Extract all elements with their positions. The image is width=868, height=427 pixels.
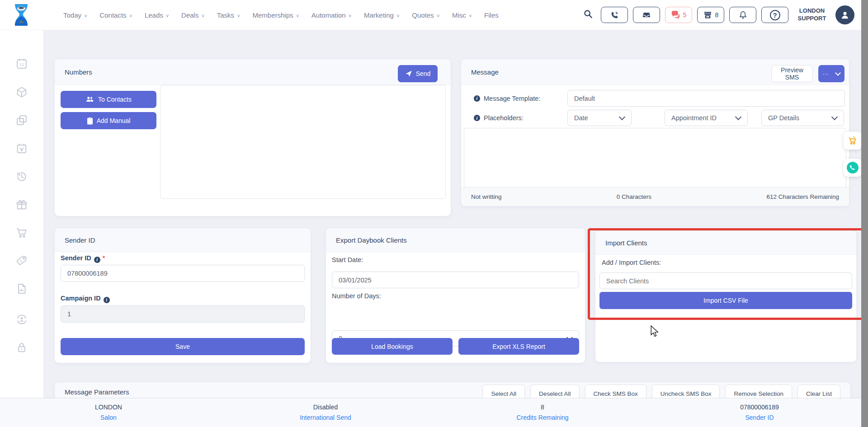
sidebar-item-bookings[interactable] xyxy=(15,142,28,155)
ellipsis-icon: ... xyxy=(823,69,829,76)
price-tag-icon: $ xyxy=(15,254,28,267)
info-icon xyxy=(104,297,110,303)
chevron-down-icon: ∨ xyxy=(237,13,240,18)
info-icon xyxy=(474,95,480,102)
chevron-down-icon xyxy=(835,70,841,76)
campaign-id-label: Campaign ID xyxy=(61,295,101,302)
sender-id-input[interactable] xyxy=(61,265,305,282)
chevron-down-icon: ∨ xyxy=(349,13,352,18)
user-icon xyxy=(840,10,850,20)
nav-item[interactable]: Misc ∨ xyxy=(452,11,472,19)
to-contacts-button[interactable]: To Contacts xyxy=(61,91,156,108)
nav-item[interactable]: Quotes ∨ xyxy=(412,11,440,19)
notifications-button[interactable] xyxy=(729,7,756,23)
days-label: Number of Days: xyxy=(332,292,381,300)
sidebar-item-support[interactable] xyxy=(15,313,28,326)
sidebar-item-calendar[interactable]: 12 xyxy=(15,57,28,70)
characters-remaining: 612 Characters Remaining xyxy=(766,193,839,200)
nav-item[interactable]: Files xyxy=(484,11,501,19)
template-input[interactable] xyxy=(567,90,845,107)
nav-item[interactable]: Deals ∨ xyxy=(181,11,205,19)
message-more-button[interactable]: ... xyxy=(818,65,844,82)
status-link[interactable]: Salon xyxy=(100,413,117,423)
sidebar-item-pricing[interactable]: $ xyxy=(15,254,28,267)
search-icon[interactable] xyxy=(583,9,593,21)
sidebar-item-cart[interactable] xyxy=(15,226,28,239)
import-csv-label: Import CSV File xyxy=(703,297,748,304)
bottom-status-bar: LONDON Salon Disabled International Send… xyxy=(0,398,868,427)
campaign-id-input[interactable] xyxy=(61,305,305,323)
save-button[interactable]: Save xyxy=(61,338,305,355)
status-link[interactable]: Sender ID xyxy=(745,413,774,423)
history-icon xyxy=(15,170,28,183)
bag-calendar-icon xyxy=(15,142,28,155)
nav-item[interactable]: Tasks ∨ xyxy=(217,11,241,19)
status-column: Disabled International Send xyxy=(217,403,434,423)
chat-button[interactable]: 5 xyxy=(665,7,692,23)
phone-button[interactable] xyxy=(601,7,628,23)
sidebar-item-gift[interactable] xyxy=(15,198,28,211)
search-clients-input[interactable] xyxy=(599,272,852,289)
sender-id-label-row: Sender ID* xyxy=(61,254,105,263)
chevron-down-icon: ∨ xyxy=(469,13,472,18)
placeholder-select[interactable]: Date xyxy=(567,110,632,126)
status-link[interactable]: Credits Remaining xyxy=(516,413,568,423)
avatar[interactable] xyxy=(835,5,854,24)
info-icon xyxy=(474,115,480,121)
chevron-down-icon xyxy=(735,114,741,120)
status-column: LONDON Salon xyxy=(0,403,217,423)
nav-item-label: Misc xyxy=(452,11,466,19)
sidebar-item-products[interactable] xyxy=(15,86,28,99)
add-manual-button[interactable]: Add Manual xyxy=(61,112,156,129)
status-value: LONDON xyxy=(0,403,217,413)
info-icon xyxy=(94,257,100,263)
load-bookings-button[interactable]: Load Bookings xyxy=(332,338,453,355)
account-name: LONDON SUPPORT xyxy=(793,7,830,23)
template-label: Message Template: xyxy=(484,95,540,102)
scrollbar[interactable] xyxy=(861,0,868,427)
nav-item[interactable]: Memberships ∨ xyxy=(252,11,299,19)
status-link[interactable]: International Send xyxy=(300,413,351,423)
placeholder-select-value: Date xyxy=(574,114,588,122)
start-date-input[interactable] xyxy=(332,272,579,288)
numbers-list-box[interactable] xyxy=(160,85,446,199)
import-panel-header: Import Clients xyxy=(595,231,856,255)
gift-icon xyxy=(15,198,28,211)
placeholder-select[interactable]: GP Details xyxy=(761,110,844,126)
chevron-down-icon: ∨ xyxy=(129,13,132,18)
store-button[interactable]: 8 xyxy=(697,7,724,23)
cube-icon xyxy=(15,86,28,99)
start-date-label: Start Date: xyxy=(332,256,363,263)
nav-item[interactable]: Today ∨ xyxy=(63,11,87,19)
panel-title: Export Daybook Clients xyxy=(336,236,407,244)
nav-item[interactable]: Contacts ∨ xyxy=(99,11,132,19)
placeholder-select[interactable]: Appointment ID xyxy=(665,110,748,126)
help-button[interactable]: ? xyxy=(761,7,788,23)
sidebar-item-security[interactable] xyxy=(15,341,28,354)
app-logo[interactable] xyxy=(12,3,31,27)
nav-item[interactable]: Leads ∨ xyxy=(145,11,169,19)
cart-fab-button[interactable] xyxy=(844,131,862,150)
sidebar-item-history[interactable] xyxy=(15,170,28,183)
nav-item[interactable]: Automation ∨ xyxy=(311,11,352,19)
send-button[interactable]: Send xyxy=(398,65,438,82)
nav-item[interactable]: Marketing ∨ xyxy=(364,11,400,19)
whatsapp-fab-button[interactable] xyxy=(844,159,862,177)
people-icon xyxy=(85,96,94,103)
character-count: 0 Characters xyxy=(617,193,651,200)
export-xls-button[interactable]: Export XLS Report xyxy=(458,338,579,355)
numbers-panel: Numbers Send To Contacts Add Manual xyxy=(54,59,451,216)
sender-panel-header: Sender ID xyxy=(55,228,311,252)
import-csv-button[interactable]: Import CSV File xyxy=(599,292,852,309)
sidebar-item-reports[interactable] xyxy=(15,282,28,295)
inbox-button[interactable] xyxy=(633,7,660,23)
preview-sms-button[interactable]: Preview SMS xyxy=(771,65,813,82)
report-icon xyxy=(15,282,28,295)
status-column: 8 Credits Remaining xyxy=(434,403,651,423)
nav-item-label: Files xyxy=(484,11,499,19)
chat-badge: 5 xyxy=(683,11,687,19)
sender-id-panel: Sender ID Sender ID* Campaign ID Save xyxy=(54,228,311,363)
sidebar-item-duplicate[interactable] xyxy=(15,114,28,127)
message-textarea[interactable] xyxy=(464,128,846,188)
chevron-down-icon: ∨ xyxy=(166,13,169,18)
